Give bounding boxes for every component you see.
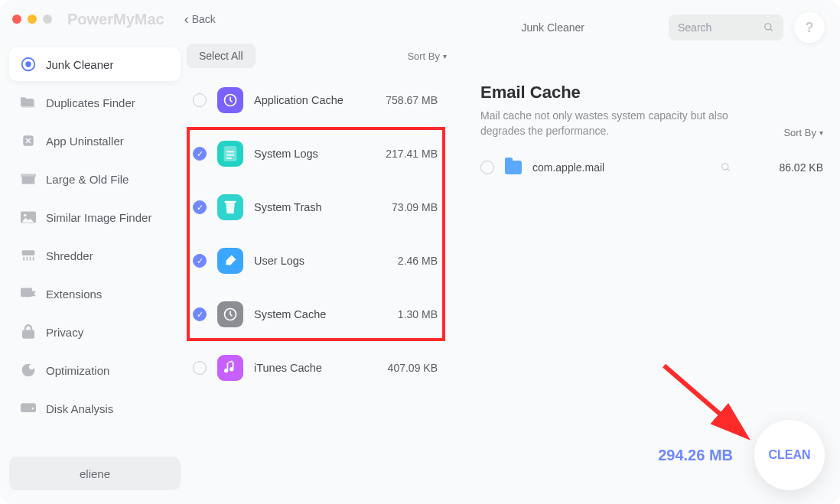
row-checkbox[interactable]	[193, 93, 207, 107]
doc-icon	[217, 141, 243, 167]
sidebar-item-label: Privacy	[46, 326, 83, 339]
sidebar-item-label: Junk Cleaner	[46, 58, 113, 71]
ext-icon	[20, 285, 37, 302]
category-panel: Select All Sort By ▾ Application Cache75…	[187, 38, 451, 495]
svg-rect-19	[224, 146, 237, 161]
row-name: User Logs	[254, 255, 363, 267]
category-row[interactable]: ✓System Trash73.09 MB	[187, 180, 444, 234]
row-size: 2.46 MB	[373, 255, 438, 267]
category-row[interactable]: ✓System Cache1.30 MB	[187, 288, 444, 341]
row-size: 407.09 KB	[373, 362, 438, 374]
clean-button[interactable]: CLEAN	[754, 420, 825, 490]
chevron-down-icon: ▾	[819, 128, 823, 137]
svg-rect-13	[22, 330, 34, 339]
row-checkbox[interactable]	[193, 361, 207, 375]
search-input[interactable]: Search	[669, 15, 783, 41]
image-icon	[20, 209, 37, 226]
folders-icon	[20, 94, 37, 111]
minimize-dot[interactable]	[28, 15, 37, 24]
folder-icon	[505, 161, 522, 174]
reveal-icon[interactable]	[721, 162, 731, 173]
back-button[interactable]: ‹ Back	[184, 12, 216, 26]
sidebar-item-label: Extensions	[46, 288, 102, 301]
row-name: System Logs	[254, 148, 363, 160]
sidebar-item-junk-cleaner[interactable]: Junk Cleaner	[9, 47, 181, 81]
target-icon	[20, 56, 37, 73]
svg-point-25	[722, 164, 728, 170]
app-title: PowerMyMac	[67, 11, 164, 28]
selected-total: 294.26 MB	[658, 447, 733, 464]
zoom-dot[interactable]	[43, 15, 52, 24]
uninstall-icon	[20, 132, 37, 149]
back-label: Back	[192, 13, 216, 25]
music-icon	[217, 355, 243, 381]
svg-point-17	[32, 408, 34, 410]
sidebar-item-large-old-file[interactable]: Large & Old File	[9, 162, 181, 196]
box-icon	[20, 171, 37, 187]
clock-icon	[217, 87, 243, 113]
svg-point-6	[24, 214, 26, 216]
category-row[interactable]: ✓System Logs217.41 MB	[187, 127, 444, 180]
sidebar-item-label: Similar Image Finder	[46, 211, 151, 224]
category-list: Application Cache758.67 MB✓System Logs21…	[187, 73, 451, 495]
sidebar-item-extensions[interactable]: Extensions	[9, 277, 181, 311]
svg-point-15	[29, 365, 34, 370]
detail-name: com.apple.mail	[532, 161, 710, 174]
row-checkbox[interactable]	[480, 161, 494, 174]
row-checkbox[interactable]: ✓	[193, 307, 207, 321]
detail-sort-dropdown[interactable]: Sort By ▾	[783, 127, 823, 138]
chevron-left-icon: ‹	[184, 12, 189, 26]
sidebar-item-privacy[interactable]: Privacy	[9, 315, 181, 349]
sort-by-dropdown[interactable]: Sort By ▾	[407, 50, 447, 62]
detail-size: 86.02 KB	[762, 161, 823, 174]
svg-point-3	[25, 61, 31, 67]
sidebar-item-disk-analysis[interactable]: Disk Analysis	[9, 392, 181, 425]
detail-desc: Mail cache not only wastes system capaci…	[480, 109, 756, 138]
sidebar-item-label: Optimization	[46, 364, 109, 377]
row-name: System Trash	[254, 201, 363, 213]
user-pill[interactable]: eliene	[9, 457, 181, 490]
sidebar-item-similar-image-finder[interactable]: Similar Image Finder	[9, 200, 181, 234]
opt-icon	[20, 362, 37, 379]
category-row[interactable]: Application Cache758.67 MB	[187, 73, 444, 127]
search-icon	[763, 22, 774, 33]
sidebar-item-label: Large & Old File	[46, 173, 129, 186]
row-size: 217.41 MB	[373, 148, 438, 160]
search-placeholder: Search	[678, 21, 711, 34]
window-controls[interactable]	[12, 15, 52, 24]
category-row[interactable]: ✓User Logs2.46 MB	[187, 234, 444, 288]
row-checkbox[interactable]: ✓	[193, 200, 207, 214]
disk-icon	[20, 400, 37, 417]
row-size: 758.67 MB	[373, 94, 438, 106]
row-checkbox[interactable]: ✓	[193, 147, 207, 161]
sidebar-item-shredder[interactable]: Shredder	[9, 239, 181, 272]
sidebar-item-app-uninstaller[interactable]: App Uninstaller	[9, 124, 181, 158]
trash-icon	[217, 194, 243, 220]
svg-rect-7	[22, 250, 35, 255]
sidebar-item-label: Disk Analysis	[46, 402, 113, 415]
row-name: iTunes Cache	[254, 362, 363, 374]
row-name: Application Cache	[254, 94, 363, 106]
close-dot[interactable]	[12, 15, 21, 24]
svg-line-26	[728, 169, 730, 171]
sidebar-item-duplicates-finder[interactable]: Duplicates Finder	[9, 86, 181, 119]
sidebar-item-optimization[interactable]: Optimization	[9, 353, 181, 387]
sidebar-item-label: Duplicates Finder	[46, 96, 135, 109]
lock-icon	[20, 324, 37, 340]
chevron-down-icon: ▾	[443, 52, 447, 60]
row-size: 1.30 MB	[373, 308, 438, 320]
row-checkbox[interactable]: ✓	[193, 254, 207, 268]
shredder-icon	[20, 247, 37, 264]
svg-rect-12	[21, 288, 32, 298]
clock-icon	[217, 301, 243, 327]
sidebar-item-label: App Uninstaller	[46, 135, 124, 148]
section-title: Junk Cleaner	[522, 21, 585, 34]
detail-list: com.apple.mail86.02 KB	[480, 152, 823, 183]
category-row[interactable]: iTunes Cache407.09 KB	[187, 341, 444, 395]
detail-row[interactable]: com.apple.mail86.02 KB	[480, 152, 823, 183]
svg-line-1	[770, 29, 773, 31]
brush-icon	[217, 248, 243, 274]
select-all-button[interactable]: Select All	[187, 44, 256, 68]
sort-label: Sort By	[407, 50, 440, 62]
sidebar: Junk CleanerDuplicates FinderApp Uninsta…	[9, 38, 181, 495]
